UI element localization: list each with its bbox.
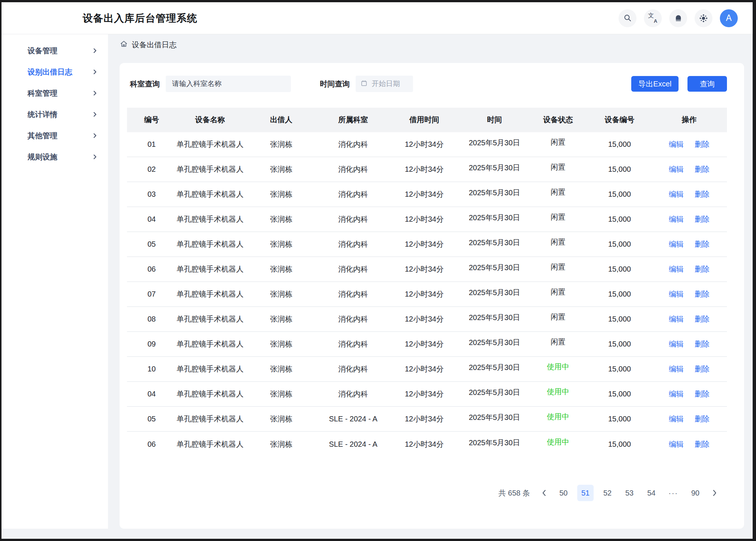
cell-time: 2025年5月30日: [461, 232, 528, 257]
cell-time: 2025年5月30日: [461, 357, 528, 382]
edit-link[interactable]: 编辑: [669, 265, 684, 273]
top-header: 设备出入库后台管理系统 文 A: [1, 2, 753, 34]
cell-department: SLE - 2024 - A: [318, 406, 388, 431]
cell-lender: 张润栋: [244, 132, 318, 157]
table-row: 04 单孔腔镜手术机器人 张润栋 消化内科 12小时34分 2025年5月30日…: [127, 382, 727, 406]
pagination-prev-button[interactable]: [539, 485, 550, 501]
delete-link[interactable]: 删除: [695, 190, 709, 198]
cell-id: 01: [127, 132, 176, 157]
export-excel-button[interactable]: 导出Excel: [631, 76, 679, 92]
edit-link[interactable]: 编辑: [669, 140, 684, 148]
delete-link[interactable]: 删除: [695, 340, 709, 348]
cell-actions: 编辑 删除: [651, 357, 727, 382]
delete-link[interactable]: 删除: [695, 265, 709, 273]
settings-button[interactable]: [695, 9, 712, 27]
breadcrumb[interactable]: 设备出借日志: [120, 39, 744, 50]
cell-device-name: 单孔腔镜手术机器人: [176, 431, 244, 456]
delete-link[interactable]: 删除: [695, 440, 709, 448]
table-body: 01 单孔腔镜手术机器人 张润栋 消化内科 12小时34分 2025年5月30日…: [127, 132, 727, 456]
notification-icon: [674, 14, 683, 22]
cell-lender: 张润栋: [244, 257, 318, 282]
cell-actions: 编辑 删除: [651, 406, 727, 431]
edit-link[interactable]: 编辑: [669, 415, 684, 423]
sidebar-item-5[interactable]: 规则设施: [1, 146, 108, 168]
pagination-page-53[interactable]: 53: [621, 485, 638, 501]
delete-link[interactable]: 删除: [695, 390, 709, 398]
delete-link[interactable]: 删除: [695, 215, 709, 223]
edit-link[interactable]: 编辑: [669, 390, 684, 398]
cell-id: 06: [127, 257, 176, 282]
edit-link[interactable]: 编辑: [669, 440, 684, 448]
sidebar-item-2[interactable]: 科室管理: [1, 83, 108, 104]
cell-lender: 张润栋: [244, 157, 318, 182]
sidebar-item-label: 其他管理: [28, 131, 93, 141]
edit-link[interactable]: 编辑: [669, 165, 684, 173]
search-button[interactable]: [619, 9, 636, 27]
query-button[interactable]: 查询: [687, 76, 727, 92]
pagination-next-button[interactable]: [709, 485, 720, 501]
delete-link[interactable]: 删除: [695, 165, 709, 173]
calendar-icon: [360, 80, 368, 88]
dept-search-input[interactable]: [166, 76, 291, 92]
notification-button[interactable]: [669, 9, 687, 27]
cell-actions: 编辑 删除: [651, 132, 727, 157]
edit-link[interactable]: 编辑: [669, 215, 684, 223]
cell-actions: 编辑 删除: [651, 431, 727, 456]
cell-device-status: 闲置: [528, 332, 588, 357]
cell-device-status: 使用中: [528, 357, 588, 382]
cell-time: 2025年5月30日: [461, 157, 528, 182]
cell-device-name: 单孔腔镜手术机器人: [176, 182, 244, 207]
cell-device-name: 单孔腔镜手术机器人: [176, 382, 244, 406]
table-row: 05 单孔腔镜手术机器人 张润栋 消化内科 12小时34分 2025年5月30日…: [127, 232, 727, 257]
edit-link[interactable]: 编辑: [669, 240, 684, 248]
cell-device-no: 15,000: [588, 282, 651, 307]
delete-link[interactable]: 删除: [695, 290, 709, 298]
cell-borrow-duration: 12小时34分: [388, 157, 461, 182]
filter-buttons: 导出Excel 查询: [631, 76, 727, 92]
cell-borrow-duration: 12小时34分: [388, 282, 461, 307]
cell-borrow-duration: 12小时34分: [388, 332, 461, 357]
delete-link[interactable]: 删除: [695, 365, 709, 373]
sidebar-item-1[interactable]: 设别出借日志: [1, 61, 108, 83]
cell-actions: 编辑 删除: [651, 182, 727, 207]
pagination-page-90[interactable]: 90: [687, 485, 703, 501]
pagination-page-51[interactable]: 51: [577, 485, 594, 501]
cell-id: 04: [127, 207, 176, 232]
edit-link[interactable]: 编辑: [669, 290, 684, 298]
pagination-page-52[interactable]: 52: [599, 485, 616, 501]
delete-link[interactable]: 删除: [695, 140, 709, 148]
edit-link[interactable]: 编辑: [669, 365, 684, 373]
cell-id: 06: [127, 431, 176, 456]
table-row: 08 单孔腔镜手术机器人 张润栋 消化内科 12小时34分 2025年5月30日…: [127, 307, 727, 332]
cell-lender: 张润栋: [244, 182, 318, 207]
filter-row: 科室查询 时间查询: [127, 76, 727, 92]
cell-device-no: 15,000: [588, 382, 651, 406]
sidebar-item-0[interactable]: 设备管理: [1, 40, 108, 61]
start-date-placeholder: 开始日期: [372, 79, 400, 89]
delete-link[interactable]: 删除: [695, 315, 709, 323]
sidebar-item-label: 科室管理: [28, 88, 93, 98]
start-date-picker[interactable]: 开始日期: [356, 76, 413, 92]
edit-link[interactable]: 编辑: [669, 340, 684, 348]
cell-device-name: 单孔腔镜手术机器人: [176, 232, 244, 257]
cell-device-status: 闲置: [528, 207, 588, 232]
delete-link[interactable]: 删除: [695, 415, 709, 423]
delete-link[interactable]: 删除: [695, 240, 709, 248]
user-avatar[interactable]: A: [720, 9, 738, 27]
cell-device-no: 15,000: [588, 157, 651, 182]
sidebar-item-4[interactable]: 其他管理: [1, 125, 108, 146]
sidebar-item-3[interactable]: 统计详情: [1, 104, 108, 125]
cell-id: 03: [127, 182, 176, 207]
cell-department: 消化内科: [318, 357, 388, 382]
body-region: 设备管理 设别出借日志 科室管理 统计详情 其他: [1, 34, 753, 529]
cell-lender: 张润栋: [244, 307, 318, 332]
edit-link[interactable]: 编辑: [669, 190, 684, 198]
cell-actions: 编辑 删除: [651, 332, 727, 357]
cell-actions: 编辑 删除: [651, 282, 727, 307]
pagination: 共 658 条 5051525354···90: [127, 485, 727, 501]
translate-button[interactable]: 文 A: [644, 9, 662, 27]
pagination-page-54[interactable]: 54: [643, 485, 660, 501]
pagination-page-50[interactable]: 50: [555, 485, 572, 501]
edit-link[interactable]: 编辑: [669, 315, 684, 323]
cell-time: 2025年5月30日: [461, 382, 528, 406]
